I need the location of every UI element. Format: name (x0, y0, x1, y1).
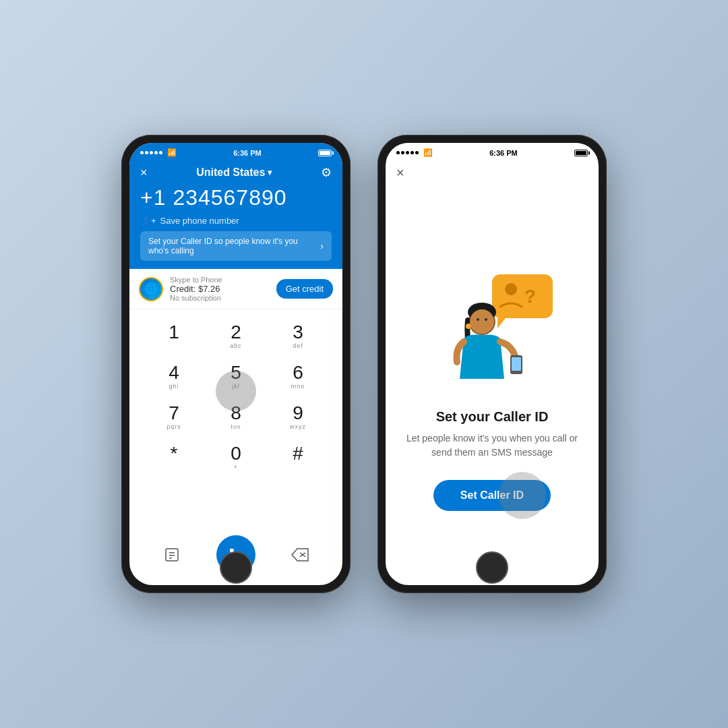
dial-key-star[interactable]: * (143, 437, 205, 478)
svg-point-15 (485, 318, 487, 321)
home-button-2[interactable] (476, 551, 508, 584)
dial-key-0[interactable]: 0+ (205, 437, 267, 478)
svg-point-13 (470, 309, 494, 334)
battery-icon-2 (574, 150, 588, 156)
banner-arrow-icon: › (320, 241, 324, 251)
phone2-frame: 📶 6:36 PM × (377, 135, 607, 593)
dialer-nav: × United States ▾ ⚙ (140, 165, 332, 180)
battery-2 (574, 150, 588, 156)
country-label: United States (196, 166, 265, 179)
status-left-2: 📶 (396, 148, 433, 157)
illustration-area: ? (386, 186, 599, 585)
dial-key-hash[interactable]: # (267, 437, 329, 478)
status-bar-2: 📶 6:36 PM (386, 143, 599, 160)
set-caller-id-button[interactable]: Set Caller ID (433, 480, 551, 511)
dialpad-grid: 1 2abc 3def 4ghi 5jkl 6mno 7pqrs 8tuv 9w… (143, 316, 329, 478)
svg-rect-6 (492, 274, 553, 318)
dial-key-8[interactable]: 8tuv (205, 397, 267, 437)
dial-key-6[interactable]: 6mno (267, 357, 329, 397)
dialpad: 1 2abc 3def 4ghi 5jkl 6mno 7pqrs 8tuv 9w… (129, 309, 342, 528)
save-number-row[interactable]: 👤+ Save phone number (140, 216, 332, 226)
credit-amount: Credit: $7.26 (170, 284, 270, 294)
save-number-label: Save phone number (160, 216, 239, 226)
credit-section: 🌐 Skype to Phone Credit: $7.26 No subscr… (129, 269, 342, 309)
dial-key-5[interactable]: 5jkl (205, 357, 267, 397)
svg-marker-9 (497, 318, 506, 328)
illustration: ? (418, 261, 566, 396)
caller-id-illustration: ? (418, 261, 566, 396)
caller-id-page-title: Set your Caller ID (436, 409, 549, 425)
credit-info: Skype to Phone Credit: $7.26 No subscrip… (170, 276, 270, 302)
wifi-icon-2: 📶 (423, 148, 433, 157)
wifi-icon-1: 📶 (167, 148, 177, 157)
caller-id-banner-text: Set your Caller ID so people know it's y… (148, 237, 320, 255)
status-left-1: 📶 (140, 148, 177, 157)
home-button-1[interactable] (220, 551, 252, 584)
signal-2 (396, 151, 419, 154)
add-contact-icon: 👤+ (140, 216, 156, 226)
dial-key-4[interactable]: 4ghi (143, 357, 205, 397)
svg-rect-17 (512, 357, 521, 371)
phone1-frame: 📶 6:36 PM × United States ▾ ⚙ (121, 135, 351, 593)
caller-id-close-area: × (386, 160, 599, 186)
signal-1 (140, 151, 162, 154)
backspace-icon[interactable] (286, 541, 313, 568)
dial-key-2[interactable]: 2abc (205, 316, 267, 357)
skype-globe-icon: 🌐 (139, 277, 163, 301)
contacts-icon[interactable] (158, 541, 185, 568)
svg-text:?: ? (524, 286, 536, 307)
get-credit-button[interactable]: Get credit (276, 279, 333, 299)
svg-point-7 (505, 283, 517, 295)
battery-icon-1 (318, 150, 332, 156)
status-bar-1: 📶 6:36 PM (129, 143, 342, 160)
chevron-down-icon: ▾ (268, 168, 272, 177)
battery-1 (318, 150, 332, 156)
set-caller-btn-wrapper: Set Caller ID (433, 480, 551, 511)
phones-container: 📶 6:36 PM × United States ▾ ⚙ (121, 135, 607, 593)
settings-icon[interactable]: ⚙ (321, 165, 332, 180)
svg-rect-0 (166, 549, 178, 561)
dial-key-3[interactable]: 3def (267, 316, 329, 357)
phone-number-display: +1 234567890 (140, 185, 332, 210)
caller-id-description: Let people know it's you when you call o… (399, 431, 585, 460)
close-button-1[interactable]: × (140, 166, 148, 180)
close-button-2[interactable]: × (396, 165, 404, 180)
nav-title: United States ▾ (196, 166, 272, 179)
dial-key-9[interactable]: 9wxyz (267, 397, 329, 437)
caller-id-banner[interactable]: Set your Caller ID so people know it's y… (140, 231, 332, 261)
svg-point-14 (477, 318, 479, 321)
credit-label: Skype to Phone (170, 276, 270, 284)
phone1-screen: 📶 6:36 PM × United States ▾ ⚙ (129, 143, 342, 585)
dial-key-1[interactable]: 1 (143, 316, 205, 357)
credit-subscription: No subscription (170, 294, 270, 302)
time-2: 6:36 PM (489, 149, 518, 157)
phone2-screen: 📶 6:36 PM × (386, 143, 599, 585)
time-1: 6:36 PM (233, 149, 262, 157)
dialer-header: × United States ▾ ⚙ +1 234567890 👤+ Save… (129, 160, 342, 269)
dial-key-7[interactable]: 7pqrs (143, 397, 205, 437)
